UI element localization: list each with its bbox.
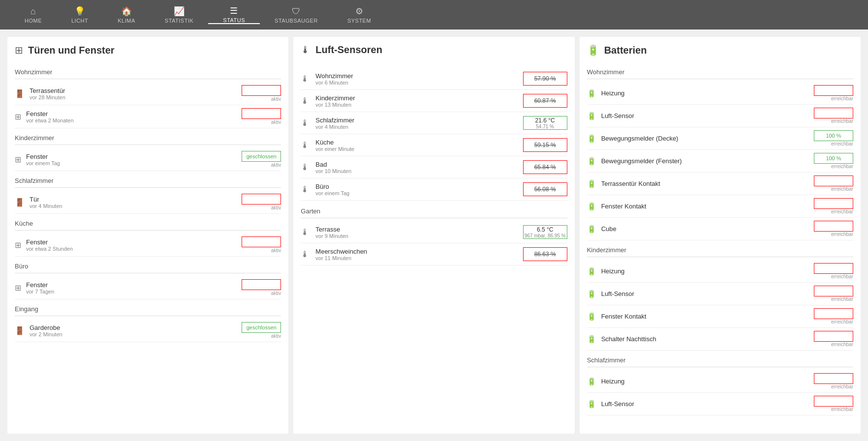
status-box xyxy=(242,236,281,247)
nav-status[interactable]: ☰ STATUS xyxy=(208,5,260,24)
list-item: 🔋 Bewegungsmelder (Decke) 100 % erreichb… xyxy=(587,127,853,150)
air-value: 57.90 % xyxy=(534,75,556,82)
air-item-name: Wohnzimmer xyxy=(315,72,523,80)
item-name: Terrassentür xyxy=(30,87,242,94)
bat-label: erreichbar xyxy=(831,407,853,412)
air-item-time: vor einer Minute xyxy=(315,146,523,152)
list-item: ⊞ Fenster vor etwa 2 Monaten aktiv xyxy=(15,105,281,128)
nav-statistik[interactable]: 📈 STATISTIK xyxy=(150,6,209,24)
list-item: ⊞ Fenster vor 7 Tagen aktiv xyxy=(15,276,281,299)
bat-item-name: Heizung xyxy=(601,267,814,275)
bat-item-name: Terrassentür Kontakt xyxy=(601,180,814,187)
air-item-name: Büro xyxy=(315,183,523,190)
licht-icon: 💡 xyxy=(74,6,86,17)
list-item: ⊞ Fenster vor etwa 2 Stunden aktiv xyxy=(15,234,281,257)
list-item: 🌡 Kinderzimmer vor 13 Minuten 60.87 % xyxy=(301,90,567,112)
list-item: 🚪 Terrassentür vor 28 Minuten aktiv xyxy=(15,82,281,105)
item-name: Fenster xyxy=(26,238,242,246)
thermometer-icon: 🌡 xyxy=(301,140,310,150)
bat-item-name: Schalter Nachttisch xyxy=(601,335,814,343)
door-icon: 🚪 xyxy=(15,198,25,207)
air-value-box: 56.08 % xyxy=(523,182,567,196)
thermometer-icon: 🌡 xyxy=(301,249,310,260)
tueren-icon: ⊞ xyxy=(15,44,23,56)
nav-klima[interactable]: 🏠 KLIMA xyxy=(103,6,150,24)
bat-label: erreichbar xyxy=(831,342,853,347)
air-value-box: 59.15 % xyxy=(523,138,567,152)
item-time: vor etwa 2 Monaten xyxy=(26,118,242,123)
air-value-box: 60.87 % xyxy=(523,94,567,108)
bat-item-name: Fenster Kontakt xyxy=(601,313,814,320)
bat-item-name: Luft-Sensor xyxy=(601,112,814,119)
battery-icon: 🔋 xyxy=(587,335,596,344)
nav-staubsauger[interactable]: 🛡 STAUBSAUGER xyxy=(260,6,333,24)
thermometer-icon: 🌡 xyxy=(301,96,310,106)
bat-label: erreichbar xyxy=(831,118,853,124)
section-schlafzimmer-1: Schlafzimmer xyxy=(15,177,281,184)
list-item: 🔋 Bewegungsmelder (Fenster) 100 % erreic… xyxy=(587,150,853,173)
air-value-box: 6.5 °C 967 mbar, 86.95 % xyxy=(523,225,567,239)
status-box xyxy=(242,108,281,119)
bat-item-name: Luft-Sensor xyxy=(601,290,814,297)
luft-icon: 🌡 xyxy=(301,44,310,56)
air-item-name: Bad xyxy=(315,161,523,168)
thermometer-icon: 🌡 xyxy=(301,184,310,195)
bat-item-name: Bewegungsmelder (Decke) xyxy=(601,135,814,142)
item-name: Tür xyxy=(30,196,242,203)
list-item: 🌡 Küche vor einer Minute 59.15 % xyxy=(301,134,567,156)
bat-status-box xyxy=(814,308,853,319)
air-item-time: vor einem Tag xyxy=(315,190,523,196)
bat-label: erreichbar xyxy=(831,274,853,279)
status-label: aktiv xyxy=(271,119,281,125)
list-item: 🚪 Tür vor 4 Minuten aktiv xyxy=(15,191,281,214)
bat-item-name: Heizung xyxy=(601,378,814,385)
main-content: ⊞ Türen und Fenster Wohnzimmer 🚪 Terrass… xyxy=(0,29,868,441)
status-box-green: geschlossen xyxy=(242,151,281,162)
bat-status-box: 100 % xyxy=(814,153,853,164)
bat-status-box xyxy=(814,85,853,96)
section-kueche-1: Küche xyxy=(15,220,281,227)
air-value: 21.6 °C xyxy=(535,117,555,124)
air-value: 56.08 % xyxy=(534,186,556,193)
air-item-name: Schlafzimmer xyxy=(315,117,523,124)
air-value-box: 65.84 % xyxy=(523,160,567,174)
list-item: 🌡 Bad vor 10 Minuten 65.84 % xyxy=(301,156,567,178)
panel2-header: 🌡 Luft-Sensoren xyxy=(301,44,567,60)
bat-item-name: Luft-Sensor xyxy=(601,400,814,408)
status-label: aktiv xyxy=(271,96,281,102)
thermometer-icon: 🌡 xyxy=(301,118,310,128)
air-value-sub: 967 mbar, 86.95 % xyxy=(525,233,566,238)
nav-system[interactable]: ⚙ SYSTEM xyxy=(333,6,386,24)
panel1-title: Türen und Fenster xyxy=(28,45,115,56)
status-label: aktiv xyxy=(271,291,281,296)
list-item: 🚪 Garderobe vor 2 Minuten geschlossen ak… xyxy=(15,319,281,342)
section-buero-1: Büro xyxy=(15,263,281,270)
air-value-box: 57.90 % xyxy=(523,72,567,86)
system-icon: ⚙ xyxy=(355,6,364,17)
list-item: 🔋 Heizung erreichbar xyxy=(587,82,853,105)
battery-section-header: Schlafzimmer xyxy=(587,356,853,364)
panel2-title: Luft-Sensoren xyxy=(315,44,382,56)
panel-luft-sensoren: 🌡 Luft-Sensoren 🌡 Wohnzimmer vor 6 Minut… xyxy=(293,37,574,434)
bat-label: erreichbar xyxy=(831,96,853,101)
list-item: 🌡 Wohnzimmer vor 6 Minuten 57.90 % xyxy=(301,68,567,90)
list-item: 🌡 Büro vor einem Tag 56.08 % xyxy=(301,178,567,201)
air-item-time: vor 4 Minuten xyxy=(315,124,523,130)
battery-icon: 🔋 xyxy=(587,225,596,234)
item-time: vor 7 Tagen xyxy=(26,289,242,294)
list-item: 🔋 Fenster Kontakt erreichbar xyxy=(587,195,853,218)
nav-licht[interactable]: 💡 LICHT xyxy=(57,6,103,24)
bat-status-box xyxy=(814,176,853,186)
air-value: 86.63 % xyxy=(534,251,556,258)
air-item-name: Küche xyxy=(315,139,523,146)
bat-label: erreichbar xyxy=(831,384,853,389)
panel-batterien: 🔋 Batterien Wohnzimmer 🔋 Heizung erreich… xyxy=(580,37,861,434)
nav-home[interactable]: ⌂ HOME xyxy=(10,6,57,24)
list-item: 🔋 Luft-Sensor erreichbar xyxy=(587,283,853,305)
air-garten-list: 🌡 Terrasse vor 9 Minuten 6.5 °C 967 mbar… xyxy=(301,221,567,265)
battery-icon: 🔋 xyxy=(587,112,596,120)
air-item-name: Kinderzimmer xyxy=(315,94,523,102)
battery-icon: 🔋 xyxy=(587,400,596,409)
list-item: 🔋 Cube erreichbar xyxy=(587,218,853,240)
status-box xyxy=(242,194,281,205)
